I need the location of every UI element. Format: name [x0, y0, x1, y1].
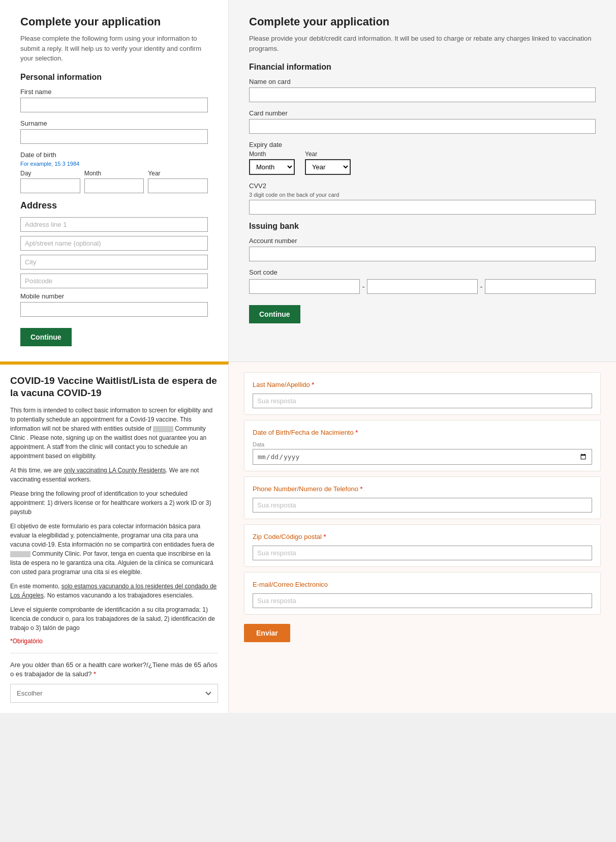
name-on-card-label: Name on card	[249, 78, 596, 85]
age-question-label: Are you older than 65 or a health care w…	[10, 660, 218, 679]
last-name-required: *	[312, 381, 314, 388]
only-text: only vaccinating LA County Residents	[64, 467, 166, 474]
month-label: Month	[84, 170, 144, 177]
clinic-name-1	[153, 426, 173, 432]
name-on-card-group: Name on card	[249, 78, 596, 102]
sort-dash-2: -	[480, 282, 482, 291]
dob-month-input[interactable]	[84, 178, 144, 193]
expiry-month-select[interactable]: Month 010203 040506 070809 101112	[249, 159, 295, 175]
sort-code-input-3[interactable]	[485, 279, 596, 294]
expiry-year-group: Year Year 202420252026 202720282029	[305, 151, 351, 175]
zip-required: *	[323, 533, 326, 540]
age-required-star: *	[94, 670, 96, 678]
para1-en2: . Please note, signing up on the waitlis…	[10, 434, 206, 460]
zip-card: Zip Code/Código postal *	[244, 524, 601, 567]
dob-card: Date of Birth/Fecha de Nacimiento * Data	[244, 420, 601, 471]
last-name-field-label: Last Name/Apellido *	[253, 381, 592, 388]
covid-title: COVID-19 Vaccine Waitlist/Lista de esper…	[10, 375, 218, 400]
first-name-input[interactable]	[20, 98, 208, 112]
address-line1-input[interactable]	[20, 217, 208, 232]
card-number-label: Card number	[249, 109, 596, 117]
expiry-group: Expiry date Month Month 010203 040506 07…	[249, 141, 596, 175]
right-continue-button[interactable]: Continue	[249, 305, 300, 323]
sort-code-input-2[interactable]	[367, 279, 478, 294]
last-name-field-input[interactable]	[253, 394, 592, 408]
phone-field-label: Phone Number/Numero de Telefono *	[253, 485, 592, 493]
expiry-label: Expiry date	[249, 141, 596, 148]
first-name-label: First name	[20, 88, 208, 96]
cvv2-input[interactable]	[249, 200, 596, 215]
dob-required: *	[355, 429, 358, 436]
phone-field-input[interactable]	[253, 498, 592, 513]
expiry-month-group: Month Month 010203 040506 070809 101112	[249, 151, 295, 175]
covid-para5-es: En este momento, solo estamos vacunando …	[10, 582, 218, 600]
first-name-group: First name	[20, 88, 208, 112]
address-line2-input[interactable]	[20, 236, 208, 251]
dob-row: Day Month Year	[20, 170, 208, 193]
postcode-input[interactable]	[20, 274, 208, 288]
sort-code-row: - -	[249, 279, 596, 294]
name-on-card-input[interactable]	[249, 87, 596, 102]
solo-text: solo estamos vacunando a los residentes …	[10, 583, 217, 599]
mobile-label: Mobile number	[20, 292, 208, 300]
right-top-title: Complete your application	[249, 15, 596, 28]
address-header: Address	[20, 200, 208, 211]
personal-info-panel: Complete your application Please complet…	[0, 0, 229, 362]
issuing-bank-header: Issuing bank	[249, 222, 596, 231]
account-number-label: Account number	[249, 237, 596, 245]
covid-para1: This form is intended to collect basic i…	[10, 406, 218, 461]
day-label: Day	[20, 170, 80, 177]
zip-field-input[interactable]	[253, 546, 592, 560]
left-continue-button[interactable]: Continue	[20, 328, 72, 346]
dob-field-label: Date of Birth/Fecha de Nacimiento *	[253, 429, 592, 436]
enviar-button[interactable]: Enviar	[244, 624, 290, 642]
expiry-month-label: Month	[249, 151, 295, 158]
expiry-year-label: Year	[305, 151, 351, 158]
last-name-card: Last Name/Apellido *	[244, 372, 601, 415]
dob-year-input[interactable]	[148, 178, 208, 193]
zip-field-label: Zip Code/Código postal *	[253, 533, 592, 540]
dob-group: Date of birth For example, 15 3 1984 Day…	[20, 151, 208, 193]
age-dropdown[interactable]: Escolher Sim/Yes Não/No	[10, 684, 218, 703]
dob-sub-label: Data	[253, 441, 592, 447]
financial-section-header: Financial information	[249, 63, 596, 72]
mobile-group: Mobile number	[20, 292, 208, 317]
dob-label: Date of birth	[20, 151, 208, 159]
card-number-input[interactable]	[249, 119, 596, 134]
left-top-subtitle: Please complete the following form using…	[20, 34, 208, 64]
sort-code-input-1[interactable]	[249, 279, 360, 294]
phone-card: Phone Number/Numero de Telefono *	[244, 476, 601, 519]
age-question-section: Are you older than 65 or a health care w…	[10, 653, 218, 703]
mobile-input[interactable]	[20, 302, 208, 317]
cvv2-label: CVV2	[249, 182, 596, 190]
right-top-subtitle: Please provide your debit/credit card in…	[249, 34, 596, 53]
email-field-input[interactable]	[253, 593, 592, 608]
financial-info-panel: Complete your application Please provide…	[229, 0, 616, 362]
dob-year-group: Year	[148, 170, 208, 193]
covid-para4-es: El objetivo de este formulario es para c…	[10, 522, 218, 577]
sort-dash-1: -	[362, 282, 364, 291]
account-number-input[interactable]	[249, 247, 596, 261]
account-number-group: Account number	[249, 237, 596, 261]
covid-panel: COVID-19 Vaccine Waitlist/Lista de esper…	[0, 362, 229, 713]
required-note: *Obrigatório	[10, 638, 218, 645]
email-card: E-mail/Correo Electronico	[244, 572, 601, 615]
year-label: Year	[148, 170, 208, 177]
dob-day-input[interactable]	[20, 178, 80, 193]
phone-required: *	[360, 485, 363, 493]
expiry-year-select[interactable]: Year 202420252026 202720282029	[305, 159, 351, 175]
covid-para6-es: Lleve el siguiente comprobante de identi…	[10, 605, 218, 633]
clinic-name-2	[10, 551, 30, 557]
covid-para2: At this time, we are only vaccinating LA…	[10, 466, 218, 484]
card-number-group: Card number	[249, 109, 596, 134]
sort-code-group: Sort code - -	[249, 268, 596, 294]
email-field-label: E-mail/Correo Electronico	[253, 581, 592, 588]
surname-label: Surname	[20, 119, 208, 127]
waitlist-form-panel: Last Name/Apellido * Date of Birth/Fecha…	[229, 362, 616, 713]
surname-input[interactable]	[20, 129, 208, 144]
city-input[interactable]	[20, 255, 208, 269]
cvv2-hint: 3 digit code on the back of your card	[249, 192, 596, 198]
covid-para3: Please bring the following proof of iden…	[10, 489, 218, 517]
dob-field-input[interactable]	[253, 449, 592, 465]
cvv2-group: CVV2 3 digit code on the back of your ca…	[249, 182, 596, 215]
